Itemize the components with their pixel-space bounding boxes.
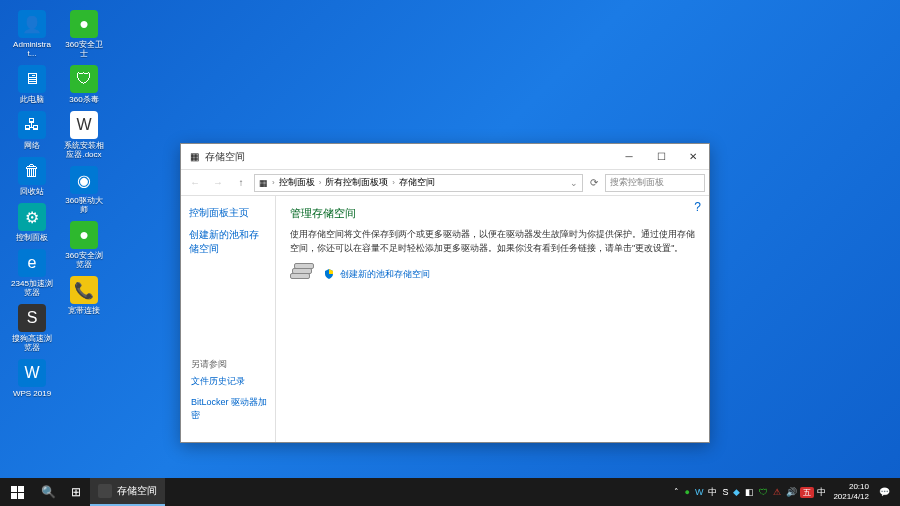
desktop-icon-label: 360安全浏览器 [62,251,106,269]
desktop-icon-label: 2345加速浏览器 [10,279,54,297]
tray-360-icon[interactable]: ● [682,487,691,497]
close-button[interactable]: ✕ [677,144,709,169]
tray-shield-icon[interactable]: 🛡 [757,487,770,497]
taskbar-task-button[interactable]: 存储空间 [90,478,165,506]
main-panel: 管理存储空间 使用存储空间将文件保存到两个或更多驱动器，以便在驱动器发生故障时为… [276,196,709,442]
desktop-icon[interactable]: WWPS 2019 [8,357,56,400]
breadcrumb-item[interactable]: 所有控制面板项 [325,176,388,189]
search-button[interactable]: 🔍 [34,478,62,506]
chevron-right-icon: › [392,178,395,187]
tray-alert-icon[interactable]: ⚠ [771,487,783,497]
desktop-icon-glyph: 🛡 [70,65,98,93]
shield-icon [324,269,334,279]
see-also-heading: 另请参阅 [191,358,276,371]
tray-sogou-icon[interactable]: S [720,487,730,497]
chevron-right-icon: › [272,178,275,187]
task-view-button[interactable]: ⊞ [62,478,90,506]
tray-volume-icon[interactable]: 🔊 [784,487,799,497]
desktop-icon-label: 此电脑 [20,95,44,104]
desktop-icon[interactable]: 📞宽带连接 [60,274,108,317]
desktop-icon[interactable]: 🖥此电脑 [8,63,56,106]
desktop-icon[interactable]: 🛡360杀毒 [60,63,108,106]
desktop-icon-glyph: 🗑 [18,157,46,185]
desktop-icon-glyph: ⚙ [18,203,46,231]
titlebar: ▦ 存储空间 ─ ☐ ✕ [181,144,709,170]
breadcrumb-item[interactable]: 控制面板 [279,176,315,189]
forward-button[interactable]: → [208,173,228,193]
system-tray: ˄ ● W 中 S ◆ ◧ 🛡 ⚠ 🔊 五 中 20:10 2021/4/12 … [672,482,900,502]
desktop-icon-label: 360安全卫士 [62,40,106,58]
tray-app2-icon[interactable]: ◧ [743,487,756,497]
sidebar-create-link[interactable]: 创建新的池和存储空间 [189,228,267,256]
minimize-button[interactable]: ─ [613,144,645,169]
page-description: 使用存储空间将文件保存到两个或更多驱动器，以便在驱动器发生故障时为你提供保护。通… [290,227,695,255]
sidebar: 控制面板主页 创建新的池和存储空间 另请参阅 文件历史记录 BitLocker … [181,196,276,442]
desktop-icon-glyph: ● [70,10,98,38]
desktop-icon-label: 系统安装相应器.docx [62,141,106,159]
desktop-icon-label: 控制面板 [16,233,48,242]
desktop-icon[interactable]: 🖧网络 [8,109,56,152]
drives-icon [290,263,318,285]
desktop-icon-glyph: S [18,304,46,332]
breadcrumb-expand[interactable]: ⌄ [570,178,578,188]
desktop-icon[interactable]: ●360安全卫士 [60,8,108,60]
desktop-icon[interactable]: 👤Administrat... [8,8,56,60]
breadcrumb-item[interactable]: 存储空间 [399,176,435,189]
create-storage-link[interactable]: 创建新的池和存储空间 [340,268,430,281]
desktop-icon[interactable]: ⚙控制面板 [8,201,56,244]
desktop-icon-label: 宽带连接 [68,306,100,315]
window-controls: ─ ☐ ✕ [613,144,709,169]
desktop-icon-glyph: e [18,249,46,277]
clock-date: 2021/4/12 [833,492,869,502]
desktop-icon-glyph: 👤 [18,10,46,38]
tray-overflow-icon[interactable]: ˄ [672,487,681,497]
sidebar-see-also: 另请参阅 文件历史记录 BitLocker 驱动器加密 [191,358,276,430]
tray-lang-icon[interactable]: 中 [815,486,828,499]
file-history-link[interactable]: 文件历史记录 [191,375,276,388]
task-label: 存储空间 [117,484,157,498]
chevron-right-icon: › [319,178,322,187]
desktop-icon-label: 搜狗高速浏览器 [10,334,54,352]
taskbar: 🔍 ⊞ 存储空间 ˄ ● W 中 S ◆ ◧ 🛡 ⚠ 🔊 五 中 20:10 2… [0,478,900,506]
desktop-icon-glyph: 📞 [70,276,98,304]
breadcrumb[interactable]: ▦ › 控制面板 › 所有控制面板项 › 存储空间 ⌄ [254,174,583,192]
task-icon [98,484,112,498]
desktop-icons: 👤Administrat...🖥此电脑🖧网络🗑回收站⚙控制面板e2345加速浏览… [8,8,108,400]
desktop-icon[interactable]: S搜狗高速浏览器 [8,302,56,354]
window-title: 存储空间 [205,150,245,164]
desktop-icon[interactable]: W系统安装相应器.docx [60,109,108,161]
tray-app-icon[interactable]: ◆ [731,487,742,497]
control-panel-window: ▦ 存储空间 ─ ☐ ✕ ← → ↑ ▦ › 控制面板 › 所有控制面板项 › … [180,143,710,443]
ime-badge[interactable]: 五 [800,487,814,498]
window-icon: ▦ [187,150,201,164]
desktop-icon[interactable]: ●360安全浏览器 [60,219,108,271]
tray-ime-text[interactable]: 中 [706,486,719,499]
desktop-icon-glyph: W [70,111,98,139]
sidebar-home-link[interactable]: 控制面板主页 [189,206,267,220]
page-title: 管理存储空间 [290,206,695,221]
desktop-icon-label: 网络 [24,141,40,150]
clock[interactable]: 20:10 2021/4/12 [829,482,873,502]
desktop-icon-glyph: ● [70,221,98,249]
desktop-icon-glyph: 🖧 [18,111,46,139]
start-button[interactable] [0,478,34,506]
desktop-icon-label: 回收站 [20,187,44,196]
help-icon[interactable]: ? [694,200,701,214]
desktop-icon[interactable]: 🗑回收站 [8,155,56,198]
breadcrumb-root-icon: ▦ [259,178,268,188]
desktop-icon-glyph: ◉ [70,166,98,194]
up-button[interactable]: ↑ [231,173,251,193]
back-button[interactable]: ← [185,173,205,193]
notifications-button[interactable]: 💬 [874,487,894,497]
bitlocker-link[interactable]: BitLocker 驱动器加密 [191,396,276,422]
maximize-button[interactable]: ☐ [645,144,677,169]
desktop-icon[interactable]: e2345加速浏览器 [8,247,56,299]
desktop-icon[interactable]: ◉360驱动大师 [60,164,108,216]
tray-wps-icon[interactable]: W [693,487,706,497]
desktop-icon-glyph: 🖥 [18,65,46,93]
desktop-icon-label: Administrat... [10,40,54,58]
search-input[interactable]: 搜索控制面板 [605,174,705,192]
refresh-button[interactable]: ⟳ [586,177,602,188]
desktop-icon-glyph: W [18,359,46,387]
clock-time: 20:10 [833,482,869,492]
